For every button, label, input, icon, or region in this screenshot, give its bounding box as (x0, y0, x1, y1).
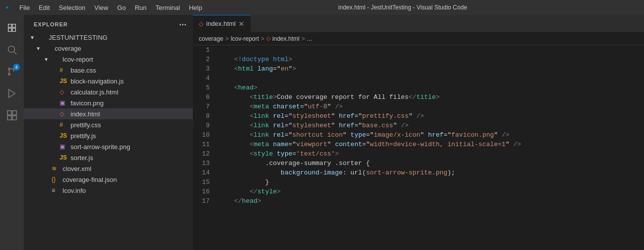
file-icon: ≋ (52, 165, 61, 172)
code-editor[interactable]: 1234567891011121314151617 <!doctype html… (193, 45, 644, 250)
tree-item-coverage-final.json[interactable]: {} coverage-final.json (24, 174, 193, 185)
line-num-5: 5 (193, 83, 210, 92)
tree-item-favicon.png[interactable]: ▣ favicon.png (24, 97, 193, 108)
tab-index-html[interactable]: ◇ index.html ✕ (193, 15, 251, 32)
bc-sep2: > (261, 35, 264, 42)
source-control-badge: 4 (13, 64, 20, 71)
bc-file-icon: ◇ (266, 35, 270, 42)
file-icon: {} (52, 176, 61, 183)
line-num-11: 11 (193, 140, 210, 149)
line-num-8: 8 (193, 111, 210, 121)
code-line-14: background-image: url(sort-arrow-sprite.… (219, 168, 644, 177)
svg-line-1 (14, 52, 16, 54)
breadcrumb: coverage > lcov-report > ◇ index.html > … (193, 32, 644, 45)
activity-extensions[interactable] (3, 106, 21, 124)
tree-item-calculator.js.html[interactable]: ◇ calculator.js.html (24, 86, 193, 97)
bc-lcov-report[interactable]: lcov-report (231, 35, 259, 42)
tree-item-base.css[interactable]: # base.css (24, 65, 193, 76)
file-icon: # (60, 121, 69, 128)
tree-item-prettify.css[interactable]: # prettify.css (24, 119, 193, 130)
tree-root[interactable]: ▼ JESTUNITTESTING (24, 32, 193, 43)
activity-source-control[interactable]: 4 (3, 63, 21, 81)
item-arrow: ▼ (36, 46, 44, 51)
tree-item-clover.xml[interactable]: ≋ clover.xml (24, 163, 193, 174)
item-label: prettify.css (71, 121, 101, 129)
line-num-16: 16 (193, 187, 210, 196)
tab-bar: ◇ index.html ✕ (193, 15, 644, 32)
tab-label: index.html (206, 20, 236, 27)
line-num-1: 1 (193, 45, 210, 55)
root-label: JESTUNITTESTING (49, 34, 107, 41)
svg-point-2 (8, 68, 10, 70)
code-line-15: } (219, 177, 644, 187)
code-line-13: .coverage-summary .sorter { (219, 159, 644, 168)
code-line-1 (219, 45, 644, 55)
menu-help[interactable]: Help (185, 3, 206, 12)
item-label: prettify.js (71, 132, 96, 140)
code-line-4 (219, 74, 644, 83)
code-line-3: <html lang="en"> (219, 64, 644, 74)
more-actions-icon[interactable]: ⋯ (179, 20, 187, 29)
editor-area: ◇ index.html ✕ coverage > lcov-report > … (193, 15, 644, 250)
item-arrow: ▼ (44, 57, 52, 62)
activity-explorer[interactable] (3, 19, 21, 37)
tree-item-index.html[interactable]: ◇ index.html (24, 108, 193, 119)
tree-item-lcov-report[interactable]: ▼ lcov-report (24, 54, 193, 65)
code-line-6: <title>Code coverage report for All file… (219, 92, 644, 102)
tree-item-sort-arrow-sprite.png[interactable]: ▣ sort-arrow-sprite.png (24, 141, 193, 152)
bc-sep1: > (225, 35, 229, 42)
item-label: favicon.png (71, 99, 104, 107)
file-icon: ▣ (60, 143, 69, 150)
menu-edit[interactable]: Edit (35, 3, 54, 12)
root-arrow: ▼ (30, 35, 38, 40)
menu-view[interactable]: View (90, 3, 112, 12)
activity-bar: 4 (0, 15, 24, 250)
line-num-2: 2 (193, 55, 210, 64)
line-num-10: 10 (193, 130, 210, 140)
menu-file[interactable]: File (15, 3, 34, 12)
sidebar-header: EXPLORER ⋯ (24, 15, 193, 32)
sidebar-actions: ⋯ (179, 20, 187, 29)
titlebar-left: ‣ File Edit Selection View Go Run Termin… (5, 3, 206, 12)
menu-selection[interactable]: Selection (55, 3, 89, 12)
line-num-6: 6 (193, 92, 210, 102)
tab-close-icon[interactable]: ✕ (239, 20, 244, 27)
file-icon: JS (60, 132, 69, 139)
item-label: clover.xml (63, 165, 91, 172)
tree-item-block-navigation.js[interactable]: JS block-navigation.js (24, 76, 193, 86)
titlebar-title: index.html - JestUnitTesting - Visual St… (338, 4, 467, 11)
tree-item-prettify.js[interactable]: JS prettify.js (24, 130, 193, 141)
code-line-16: </style> (219, 187, 644, 196)
line-num-12: 12 (193, 149, 210, 159)
file-icon: JS (60, 154, 69, 161)
code-line-12: <style type='text/css'> (219, 149, 644, 159)
titlebar: ‣ File Edit Selection View Go Run Termin… (0, 0, 644, 15)
activity-run[interactable] (3, 84, 21, 102)
menu-terminal[interactable]: Terminal (152, 3, 184, 12)
file-icon: ≡ (52, 187, 61, 194)
bc-sep3: > (302, 35, 305, 42)
line-num-17: 17 (193, 196, 210, 206)
activity-search[interactable] (3, 41, 21, 59)
code-line-8: <link rel="stylesheet" href="prettify.cs… (219, 111, 644, 121)
item-label: block-navigation.js (71, 78, 124, 85)
menu-run[interactable]: Run (131, 3, 151, 12)
bc-dots[interactable]: ... (307, 35, 312, 42)
tree-item-sorter.js[interactable]: JS sorter.js (24, 152, 193, 163)
tree-item-coverage[interactable]: ▼ coverage (24, 43, 193, 54)
line-numbers: 1234567891011121314151617 (193, 45, 214, 250)
line-num-15: 15 (193, 177, 210, 187)
svg-point-0 (8, 46, 15, 53)
main-layout: 4 EXPLORER ⋯ ▼ JEST (0, 15, 644, 250)
line-num-3: 3 (193, 64, 210, 74)
line-num-4: 4 (193, 74, 210, 83)
bc-coverage[interactable]: coverage (199, 35, 223, 42)
tree-item-lcov.info[interactable]: ≡ lcov.info (24, 185, 193, 196)
bc-filename[interactable]: index.html (272, 35, 300, 42)
file-icon: ◇ (60, 88, 69, 95)
menu-go[interactable]: Go (113, 3, 130, 12)
file-icon: ◇ (60, 110, 69, 117)
tab-file-icon: ◇ (199, 20, 203, 27)
svg-point-4 (8, 74, 10, 76)
item-label: index.html (71, 110, 100, 118)
